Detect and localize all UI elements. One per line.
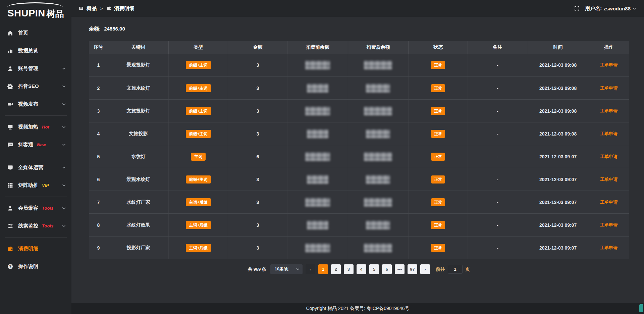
- cell-remark: -: [468, 214, 527, 236]
- sidebar-item-label: 首页: [18, 30, 28, 36]
- sidebar-item-label: 消费明细: [18, 246, 38, 252]
- work-order-link[interactable]: 工单申请: [600, 62, 618, 68]
- sidebar-item-consumption-detail[interactable]: 消费明细: [0, 240, 71, 258]
- cell-time: 2021-12-03 09:08: [527, 100, 589, 122]
- work-order-link[interactable]: 工单申请: [600, 199, 618, 205]
- username-label: 用户名:: [585, 5, 602, 12]
- cell-keyword: 景观水纹灯: [108, 168, 169, 191]
- table-body: 1 景观投影灯 前缀+主词 3 正常 - 2021-12-03 09:08 工单…: [89, 54, 629, 259]
- cell-time: 2021-12-03 09:08: [527, 54, 589, 76]
- sidebar-item-tag: Tools: [42, 223, 53, 228]
- work-order-link[interactable]: 工单申请: [600, 108, 618, 114]
- cell-time: 2021-12-03 09:07: [527, 214, 589, 236]
- goto-label: 前往: [436, 266, 445, 272]
- sidebar-item-douketong[interactable]: 抖客通 New: [0, 136, 71, 154]
- cell-no: 2: [89, 77, 108, 99]
- page-button-4[interactable]: 4: [357, 264, 366, 274]
- cell-keyword: 景观投影灯: [108, 54, 169, 76]
- sidebar-item-instructions[interactable]: 操作说明: [0, 258, 71, 275]
- sidebar-menu: 首页 数据总览 账号管理 抖音SEO 视频发布 视频加热 Hot 抖客通 New: [0, 21, 71, 314]
- cell-no: 3: [89, 100, 108, 122]
- balance-before-redacted: [307, 175, 328, 184]
- table-row: 2 文旅水纹灯 前缀+主词 3 正常 - 2021-12-03 09:08 工单…: [89, 76, 629, 99]
- work-order-link[interactable]: 工单申请: [600, 85, 618, 91]
- page-button-1[interactable]: 1: [318, 264, 328, 274]
- logo-text: SHUPIN: [7, 8, 45, 18]
- sidebar-item-label: 矩阵助推: [18, 182, 38, 189]
- grid-icon: [7, 182, 13, 188]
- question-icon: [7, 264, 13, 269]
- table-row: 6 景观水纹灯 前缀+主词 3 正常 - 2021-12-03 09:07 工单…: [89, 168, 629, 191]
- cell-amount: 3: [228, 100, 287, 122]
- breadcrumb-item-app[interactable]: 树品: [87, 5, 97, 12]
- cell-amount: 3: [228, 122, 287, 145]
- table-header-cell: 操作: [589, 41, 629, 54]
- sidebar-item-douyin-seo[interactable]: 抖音SEO: [0, 77, 71, 95]
- page-size-select[interactable]: 10条/页: [270, 264, 303, 274]
- table-header-cell: 序号: [89, 41, 108, 54]
- sliders-icon: [7, 223, 13, 229]
- goto-page-input[interactable]: [448, 265, 463, 274]
- work-order-link[interactable]: 工单申请: [600, 176, 618, 182]
- status-badge: 正常: [431, 61, 445, 69]
- goto-page: 前往 页: [436, 265, 470, 274]
- last-page-button[interactable]: 97: [408, 264, 417, 274]
- work-order-link[interactable]: 工单申请: [600, 222, 618, 228]
- status-badge: 正常: [431, 107, 445, 115]
- chevron-down-icon: [62, 66, 66, 71]
- user-menu[interactable]: 用户名: zswodun88: [585, 5, 637, 12]
- sidebar-item-home[interactable]: 首页: [0, 24, 71, 42]
- sidebar-item-video-heating[interactable]: 视频加热 Hot: [0, 118, 71, 136]
- work-order-link[interactable]: 工单申请: [600, 131, 618, 137]
- type-badge: 前缀+主词: [186, 84, 211, 92]
- type-badge: 主词+后缀: [186, 198, 211, 206]
- balance-after-redacted: [366, 175, 390, 184]
- sidebar-item-label: 抖音SEO: [18, 83, 39, 90]
- wallet-icon: [107, 6, 111, 11]
- sidebar-item-label: 线索监控: [18, 223, 38, 229]
- status-badge: 正常: [431, 221, 445, 229]
- page-button-6[interactable]: 6: [382, 264, 392, 274]
- cell-keyword: 文旅投影: [108, 122, 169, 145]
- cell-remark: -: [468, 122, 527, 145]
- sidebar-item-video-publish[interactable]: 视频发布: [0, 95, 71, 113]
- sidebar-item-all-media-operation[interactable]: 全媒体运营: [0, 159, 71, 176]
- screen-icon: [7, 124, 13, 130]
- pagination: 共 969 条 10条/页 ‹ 123456 ••• 97 › 前往 页: [89, 264, 629, 274]
- balance-before-redacted: [305, 61, 330, 69]
- page-button-2[interactable]: 2: [331, 264, 341, 274]
- sidebar-item-clue-monitor[interactable]: 线索监控 Tools: [0, 217, 71, 235]
- cell-no: 9: [89, 237, 108, 259]
- floating-widget[interactable]: [639, 304, 643, 312]
- ellipsis-button[interactable]: •••: [395, 264, 405, 274]
- page-button-3[interactable]: 3: [344, 264, 354, 274]
- next-page-button[interactable]: ›: [420, 264, 430, 274]
- sidebar-item-matrix-boost[interactable]: 矩阵助推 VIP: [0, 176, 71, 194]
- page-button-5[interactable]: 5: [369, 264, 379, 274]
- sidebar-item-account-management[interactable]: 账号管理: [0, 60, 71, 77]
- status-badge: 正常: [431, 244, 445, 252]
- balance-before-redacted: [307, 129, 328, 138]
- cell-amount: 3: [228, 237, 287, 259]
- work-order-link[interactable]: 工单申请: [600, 245, 618, 251]
- cell-keyword: 水纹灯厂家: [108, 191, 169, 213]
- fullscreen-icon[interactable]: [574, 6, 580, 11]
- sidebar-item-member-burst[interactable]: 会员爆客 Tools: [0, 199, 71, 217]
- sidebar-item-data-overview[interactable]: 数据总览: [0, 42, 71, 60]
- cell-amount: 3: [228, 191, 287, 213]
- work-order-link[interactable]: 工单申请: [600, 154, 618, 160]
- home-icon: [7, 30, 13, 36]
- chevron-down-icon: [62, 165, 66, 170]
- cell-remark: -: [468, 145, 527, 168]
- chevron-down-icon: [296, 267, 300, 271]
- breadcrumb-separator: >: [100, 6, 103, 11]
- table-row: 8 水纹灯效果 主词+后缀 3 正常 - 2021-12-03 09:07 工单…: [89, 213, 629, 236]
- consumption-table: 序号关键词类型金额扣费前余额扣费后余额状态备注时间操作 1 景观投影灯 前缀+主…: [89, 41, 629, 259]
- breadcrumb-item-current: 消费明细: [114, 5, 135, 12]
- cell-time: 2021-12-03 09:07: [527, 237, 589, 259]
- sidebar-divider: [5, 197, 67, 197]
- sidebar-item-tag: VIP: [42, 183, 49, 188]
- balance-before-redacted: [305, 198, 330, 207]
- balance-after-redacted: [366, 84, 390, 93]
- prev-page-button[interactable]: ‹: [306, 264, 315, 274]
